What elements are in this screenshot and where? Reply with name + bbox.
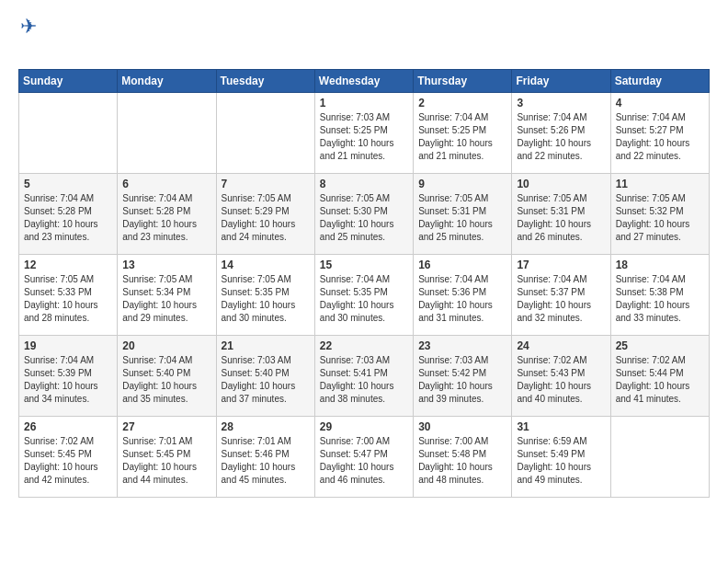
calendar-cell: 4Sunrise: 7:04 AM Sunset: 5:27 PM Daylig…: [610, 93, 709, 174]
calendar-cell: 22Sunrise: 7:03 AM Sunset: 5:41 PM Dayli…: [314, 336, 413, 417]
day-info: Sunrise: 7:00 AM Sunset: 5:48 PM Dayligh…: [418, 435, 506, 487]
day-info: Sunrise: 7:03 AM Sunset: 5:41 PM Dayligh…: [320, 354, 408, 406]
calendar-cell: 31Sunrise: 6:59 AM Sunset: 5:49 PM Dayli…: [512, 417, 610, 498]
day-info: Sunrise: 6:59 AM Sunset: 5:49 PM Dayligh…: [517, 435, 605, 487]
day-info: Sunrise: 7:04 AM Sunset: 5:37 PM Dayligh…: [517, 273, 605, 325]
day-number: 11: [616, 178, 704, 190]
day-info: Sunrise: 7:04 AM Sunset: 5:35 PM Dayligh…: [320, 273, 408, 325]
day-number: 9: [418, 178, 506, 190]
day-info: Sunrise: 7:02 AM Sunset: 5:43 PM Dayligh…: [517, 354, 605, 406]
calendar-cell: 7Sunrise: 7:05 AM Sunset: 5:29 PM Daylig…: [216, 174, 314, 255]
calendar-cell: 26Sunrise: 7:02 AM Sunset: 5:45 PM Dayli…: [19, 417, 118, 498]
calendar-cell: 25Sunrise: 7:02 AM Sunset: 5:44 PM Dayli…: [610, 336, 709, 417]
week-row-5: 26Sunrise: 7:02 AM Sunset: 5:45 PM Dayli…: [19, 417, 710, 498]
day-number: 26: [24, 420, 112, 433]
day-number: 25: [616, 339, 704, 352]
day-info: Sunrise: 7:04 AM Sunset: 5:26 PM Dayligh…: [517, 111, 605, 163]
week-row-2: 5Sunrise: 7:04 AM Sunset: 5:28 PM Daylig…: [19, 174, 710, 255]
calendar-cell: 11Sunrise: 7:05 AM Sunset: 5:32 PM Dayli…: [610, 174, 709, 255]
day-info: Sunrise: 7:05 AM Sunset: 5:33 PM Dayligh…: [24, 273, 112, 325]
calendar-cell: 21Sunrise: 7:03 AM Sunset: 5:40 PM Dayli…: [216, 336, 314, 417]
day-number: 29: [320, 420, 408, 433]
calendar-cell: 14Sunrise: 7:05 AM Sunset: 5:35 PM Dayli…: [216, 255, 314, 336]
day-info: Sunrise: 7:02 AM Sunset: 5:44 PM Dayligh…: [616, 354, 704, 406]
day-info: Sunrise: 7:04 AM Sunset: 5:39 PM Dayligh…: [24, 354, 112, 406]
calendar-cell: 2Sunrise: 7:04 AM Sunset: 5:25 PM Daylig…: [414, 93, 512, 174]
calendar-cell: 30Sunrise: 7:00 AM Sunset: 5:48 PM Dayli…: [414, 417, 512, 498]
week-row-1: 1Sunrise: 7:03 AM Sunset: 5:25 PM Daylig…: [19, 93, 710, 174]
day-info: Sunrise: 7:00 AM Sunset: 5:47 PM Dayligh…: [320, 435, 408, 487]
calendar-cell: 1Sunrise: 7:03 AM Sunset: 5:25 PM Daylig…: [314, 93, 413, 174]
calendar-cell: 17Sunrise: 7:04 AM Sunset: 5:37 PM Dayli…: [512, 255, 610, 336]
day-info: Sunrise: 7:04 AM Sunset: 5:36 PM Dayligh…: [418, 273, 506, 325]
day-info: Sunrise: 7:03 AM Sunset: 5:25 PM Dayligh…: [320, 111, 408, 163]
day-info: Sunrise: 7:01 AM Sunset: 5:46 PM Dayligh…: [222, 435, 310, 487]
day-info: Sunrise: 7:05 AM Sunset: 5:32 PM Dayligh…: [616, 192, 704, 244]
day-number: 12: [24, 259, 112, 271]
calendar-cell: 24Sunrise: 7:02 AM Sunset: 5:43 PM Dayli…: [512, 336, 610, 417]
day-info: Sunrise: 7:03 AM Sunset: 5:42 PM Dayligh…: [418, 354, 506, 406]
calendar-cell: 3Sunrise: 7:04 AM Sunset: 5:26 PM Daylig…: [512, 93, 610, 174]
day-info: Sunrise: 7:04 AM Sunset: 5:25 PM Dayligh…: [418, 111, 506, 163]
day-info: Sunrise: 7:04 AM Sunset: 5:40 PM Dayligh…: [122, 354, 210, 406]
day-number: 5: [24, 178, 112, 190]
calendar-cell: [216, 93, 314, 174]
calendar-cell: 29Sunrise: 7:00 AM Sunset: 5:47 PM Dayli…: [314, 417, 413, 498]
day-number: 13: [122, 259, 210, 271]
weekday-header-saturday: Saturday: [610, 70, 709, 93]
calendar-cell: [118, 93, 216, 174]
calendar-cell: 12Sunrise: 7:05 AM Sunset: 5:33 PM Dayli…: [19, 255, 118, 336]
weekday-header-tuesday: Tuesday: [216, 70, 314, 93]
day-info: Sunrise: 7:05 AM Sunset: 5:34 PM Dayligh…: [122, 273, 210, 325]
calendar-cell: 18Sunrise: 7:04 AM Sunset: 5:38 PM Dayli…: [610, 255, 709, 336]
weekday-header-thursday: Thursday: [414, 70, 512, 93]
day-info: Sunrise: 7:04 AM Sunset: 5:28 PM Dayligh…: [24, 192, 112, 244]
day-info: Sunrise: 7:03 AM Sunset: 5:40 PM Dayligh…: [222, 354, 310, 406]
calendar-cell: 13Sunrise: 7:05 AM Sunset: 5:34 PM Dayli…: [118, 255, 216, 336]
day-number: 3: [517, 97, 605, 109]
calendar-table: SundayMondayTuesdayWednesdayThursdayFrid…: [18, 69, 710, 498]
day-number: 10: [517, 178, 605, 190]
day-info: Sunrise: 7:05 AM Sunset: 5:30 PM Dayligh…: [320, 192, 408, 244]
day-info: Sunrise: 7:05 AM Sunset: 5:31 PM Dayligh…: [418, 192, 506, 244]
day-number: 31: [517, 420, 605, 433]
day-info: Sunrise: 7:01 AM Sunset: 5:45 PM Dayligh…: [122, 435, 210, 487]
day-number: 19: [24, 339, 112, 352]
weekday-header-row: SundayMondayTuesdayWednesdayThursdayFrid…: [19, 70, 710, 93]
day-number: 17: [517, 259, 605, 271]
weekday-header-wednesday: Wednesday: [314, 70, 413, 93]
calendar-cell: 23Sunrise: 7:03 AM Sunset: 5:42 PM Dayli…: [414, 336, 512, 417]
day-number: 8: [320, 178, 408, 190]
weekday-header-sunday: Sunday: [19, 70, 118, 93]
calendar-cell: 10Sunrise: 7:05 AM Sunset: 5:31 PM Dayli…: [512, 174, 610, 255]
day-number: 24: [517, 339, 605, 352]
calendar-cell: [19, 93, 118, 174]
calendar-cell: 8Sunrise: 7:05 AM Sunset: 5:30 PM Daylig…: [314, 174, 413, 255]
calendar-cell: 27Sunrise: 7:01 AM Sunset: 5:45 PM Dayli…: [118, 417, 216, 498]
day-number: 20: [122, 339, 210, 352]
day-info: Sunrise: 7:04 AM Sunset: 5:28 PM Dayligh…: [122, 192, 210, 244]
calendar-cell: 5Sunrise: 7:04 AM Sunset: 5:28 PM Daylig…: [19, 174, 118, 255]
logo: ✈: [18, 15, 37, 58]
calendar-cell: 9Sunrise: 7:05 AM Sunset: 5:31 PM Daylig…: [414, 174, 512, 255]
day-number: 16: [418, 259, 506, 271]
day-number: 1: [320, 97, 408, 109]
day-number: 28: [222, 420, 310, 433]
day-number: 6: [122, 178, 210, 190]
day-number: 2: [418, 97, 506, 109]
day-number: 30: [418, 420, 506, 433]
logo-bird-icon: ✈: [20, 15, 37, 39]
weekday-header-friday: Friday: [512, 70, 610, 93]
week-row-4: 19Sunrise: 7:04 AM Sunset: 5:39 PM Dayli…: [19, 336, 710, 417]
calendar-cell: 20Sunrise: 7:04 AM Sunset: 5:40 PM Dayli…: [118, 336, 216, 417]
week-row-3: 12Sunrise: 7:05 AM Sunset: 5:33 PM Dayli…: [19, 255, 710, 336]
day-number: 7: [222, 178, 310, 190]
day-number: 4: [616, 97, 704, 109]
day-number: 21: [222, 339, 310, 352]
weekday-header-monday: Monday: [118, 70, 216, 93]
day-info: Sunrise: 7:05 AM Sunset: 5:29 PM Dayligh…: [222, 192, 310, 244]
day-info: Sunrise: 7:05 AM Sunset: 5:31 PM Dayligh…: [517, 192, 605, 244]
calendar-cell: [610, 417, 709, 498]
day-info: Sunrise: 7:02 AM Sunset: 5:45 PM Dayligh…: [24, 435, 112, 487]
day-number: 27: [122, 420, 210, 433]
